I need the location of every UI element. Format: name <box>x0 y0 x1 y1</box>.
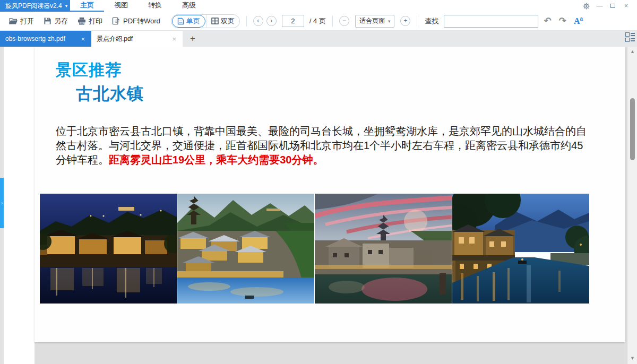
scrollbar-thumb[interactable] <box>630 98 635 160</box>
undo-button[interactable]: ↶ <box>541 15 553 27</box>
pdf-page: 景区推荐 古北水镇 位于北京市密云县古北口镇，背靠中国最美、最险的司马台长城，坐… <box>35 47 625 342</box>
page-total: / 4 页 <box>309 16 326 26</box>
settings-gear-icon[interactable] <box>580 0 593 12</box>
open-folder-icon <box>8 17 18 25</box>
single-page-label: 单页 <box>186 16 200 26</box>
thumbnail-panel-toggle[interactable] <box>625 32 635 42</box>
page-number-input[interactable] <box>282 15 304 27</box>
page-subtitle: 古北水镇 <box>76 83 144 105</box>
photo-sunset-canal <box>315 194 452 304</box>
titlebar-spacer <box>206 0 580 12</box>
open-button[interactable]: 打开 <box>5 14 37 28</box>
print-label: 打印 <box>89 16 102 26</box>
photo-gallery <box>40 194 589 304</box>
photo-dusk-aerial-pagoda <box>177 194 314 304</box>
redo-button[interactable]: ↷ <box>557 15 569 27</box>
maximize-icon <box>610 4 615 8</box>
vertical-scrollbar[interactable]: ▲ ▼ <box>627 47 637 364</box>
scroll-up-icon[interactable]: ▲ <box>627 49 637 54</box>
doc-tab-label: 景点介绍.pdf <box>97 34 133 44</box>
body-paragraph: 位于北京市密云县古北口镇，背靠中国最美、最险的司马台长城，坐拥鸳鸯湖水库，是京郊… <box>56 124 591 167</box>
single-page-button[interactable]: 单页 <box>172 15 205 28</box>
double-page-button[interactable]: 双页 <box>206 14 239 28</box>
menu-tab-advanced[interactable]: 高级 <box>172 0 206 12</box>
pdf-to-word-button[interactable]: PDF转Word <box>109 14 163 28</box>
menu-tab-convert[interactable]: 转换 <box>138 0 172 12</box>
document-viewport: › 景区推荐 古北水镇 位于北京市密云县古北口镇，背靠中国最美、最险的司马台长城… <box>0 47 637 364</box>
find-label: 查找 <box>425 16 438 26</box>
app-menu-button[interactable]: 旋风PDF阅读器v2.4 ▾ <box>0 0 70 12</box>
single-page-icon <box>177 18 184 25</box>
toolbar-divider <box>332 16 333 27</box>
toolbar-divider <box>246 16 247 27</box>
search-input[interactable] <box>444 15 538 28</box>
close-button[interactable]: × <box>619 0 633 12</box>
next-page-button[interactable]: › <box>266 16 277 26</box>
open-label: 打开 <box>20 16 34 26</box>
panel-row-icon <box>625 32 635 37</box>
pdf-to-word-label: PDF转Word <box>123 16 160 26</box>
zoom-in-button[interactable]: + <box>400 16 410 26</box>
sidebar-expand-handle[interactable]: › <box>0 178 4 228</box>
page-layout-group: 单页 双页 <box>171 14 240 28</box>
doc-tab-obs-browsertg[interactable]: obs-browsertg-zh.pdf × <box>0 31 91 47</box>
menu-tab-home[interactable]: 主页 <box>70 0 104 12</box>
toolbar-divider <box>417 16 417 27</box>
main-toolbar: 打开 另存 打印 PD <box>0 12 637 31</box>
font-tool-small: a <box>580 16 583 22</box>
save-as-label: 另存 <box>54 16 68 26</box>
tab-close-icon[interactable]: × <box>171 35 177 43</box>
photo-blue-hour-canal <box>452 194 589 304</box>
page-gutter <box>4 47 35 364</box>
photo-night-reflection <box>40 194 177 304</box>
highlight-text: 距离雾灵山庄19公里，乘车大约需要30分钟。 <box>109 154 324 166</box>
pdf-to-word-icon <box>112 17 120 25</box>
zoom-out-button[interactable]: − <box>339 16 349 26</box>
panel-row-icon <box>625 38 635 42</box>
save-icon <box>44 17 51 25</box>
ribbon-menu: 主页 视图 转换 高级 <box>70 0 206 12</box>
double-page-icon <box>211 18 219 24</box>
tab-close-icon[interactable]: × <box>80 35 86 43</box>
menu-tab-view[interactable]: 视图 <box>104 0 138 12</box>
window-controls: — × <box>580 0 637 12</box>
document-tab-bar: obs-browsertg-zh.pdf × 景点介绍.pdf × + <box>0 31 637 47</box>
gear-icon <box>583 3 590 10</box>
font-tool-button[interactable]: Aa <box>572 16 585 26</box>
doc-tab-scenic-intro[interactable]: 景点介绍.pdf × <box>91 31 183 47</box>
chevron-down-icon: ▾ <box>388 19 391 24</box>
doc-tab-label: obs-browsertg-zh.pdf <box>5 35 65 42</box>
double-page-label: 双页 <box>221 16 235 26</box>
page-title: 景区推荐 <box>56 59 122 81</box>
title-bar: 旋风PDF阅读器v2.4 ▾ 主页 视图 转换 高级 <box>0 0 637 12</box>
zoom-mode-dropdown[interactable]: 适合页面 ▾ <box>355 15 395 28</box>
prev-page-button[interactable]: ‹ <box>253 16 263 26</box>
new-tab-button[interactable]: + <box>183 32 203 45</box>
app-title: 旋风PDF阅读器v2.4 <box>5 2 62 11</box>
minimize-button[interactable]: — <box>593 0 606 12</box>
print-button[interactable]: 打印 <box>74 14 106 28</box>
scroll-down-icon[interactable]: ▼ <box>627 356 637 361</box>
chevron-down-icon: ▾ <box>65 3 68 8</box>
font-tool-big: A <box>574 16 580 25</box>
pdf-reader-window: 旋风PDF阅读器v2.4 ▾ 主页 视图 转换 高级 <box>0 0 637 364</box>
save-as-button[interactable]: 另存 <box>40 14 71 28</box>
maximize-button[interactable] <box>606 0 619 12</box>
print-icon <box>78 17 86 25</box>
zoom-mode-label: 适合页面 <box>359 16 385 25</box>
